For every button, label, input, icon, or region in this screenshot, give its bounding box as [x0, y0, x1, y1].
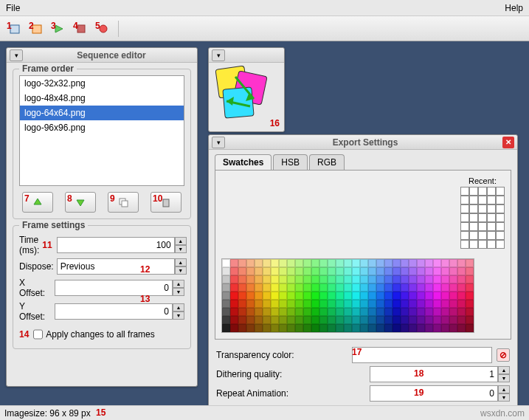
sequence-editor-panel: ▾ Sequence editor Frame order logo-32x32… [6, 47, 198, 387]
dithering-input[interactable] [370, 366, 498, 382]
annotation-17: 17 [352, 347, 362, 357]
time-input[interactable] [57, 237, 175, 253]
panel-title: Export Settings [228, 137, 502, 148]
annotation-15: 15 [96, 407, 106, 418]
frame-order-group: Frame order logo-32x32.pnglogo-48x48.png… [13, 69, 191, 219]
xoffset-spinner[interactable]: ▲▼ [173, 280, 184, 296]
toolbar-btn-3[interactable]: 3 [49, 19, 69, 38]
yoffset-label: Y Offset: [19, 301, 52, 322]
delete-button[interactable]: 10 [151, 192, 181, 213]
preview-image [213, 66, 280, 128]
transparency-input[interactable] [352, 347, 492, 363]
toolbar-btn-5[interactable]: 5 [93, 19, 114, 38]
color-tabs: Swatches HSB RGB [209, 150, 517, 170]
menu-help[interactable]: Help [505, 3, 523, 13]
frame-buttons: 7 8 9 10 [19, 192, 184, 213]
svg-rect-9 [163, 199, 169, 207]
frame-order-title: Frame order [19, 63, 77, 74]
panel-title: Sequence editor [26, 50, 197, 61]
svg-marker-11 [227, 97, 234, 106]
export-settings-panel: ▾ Export Settings ✕ Swatches HSB RGB Rec… [208, 134, 518, 407]
panel-header: ▾ Export Settings ✕ [209, 135, 517, 150]
close-icon[interactable]: ✕ [502, 137, 514, 148]
toolbar-btn-2[interactable]: 2 [27, 19, 47, 38]
svg-marker-6 [77, 200, 84, 206]
tab-swatches[interactable]: Swatches [215, 154, 272, 170]
toolbar-btn-4[interactable]: 4 [71, 19, 91, 38]
preview-panel: ▾ 16 [208, 47, 285, 132]
menubar: File Help [0, 0, 529, 16]
recent-grid[interactable] [460, 187, 505, 249]
panel-header: ▾ Sequence editor [7, 48, 197, 63]
dithering-spinner[interactable]: ▲▼ [498, 366, 510, 382]
apply-all-checkbox[interactable] [33, 329, 43, 340]
annotation-14: 14 [19, 329, 29, 340]
dispose-select[interactable] [57, 258, 175, 275]
tab-rgb[interactable]: RGB [309, 154, 345, 170]
svg-point-4 [100, 25, 107, 32]
collapse-icon[interactable]: ▾ [212, 137, 225, 148]
statusbar: Imagesize: 96 x 89 px 15 wsxdn.com [0, 405, 529, 420]
dispose-spinner[interactable]: ▲▼ [175, 258, 187, 275]
svg-rect-8 [122, 201, 128, 207]
time-label: Time (ms): [19, 235, 39, 255]
workspace: ▾ Sequence editor Frame order logo-32x32… [0, 41, 529, 405]
time-spinner[interactable]: ▲▼ [175, 237, 187, 253]
frame-settings-title: Frame settings [19, 220, 88, 230]
menu-file[interactable]: File [6, 3, 20, 13]
repeat-label: Repeat Animation: [216, 388, 365, 399]
frame-settings-group: Frame settings Time (ms): 11 ▲▼ Dispose:… [13, 225, 191, 349]
list-item[interactable]: logo-48x48.png [20, 91, 184, 106]
frame-listbox[interactable]: logo-32x32.pnglogo-48x48.pnglogo-64x64.p… [19, 75, 184, 186]
list-item[interactable]: logo-96x96.png [20, 120, 184, 135]
svg-rect-3 [77, 25, 85, 32]
collapse-icon[interactable]: ▾ [10, 49, 23, 61]
collapse-icon[interactable]: ▾ [212, 49, 225, 61]
repeat-input[interactable] [370, 385, 498, 402]
color-swatches[interactable] [221, 258, 474, 333]
dispose-label: Dispose: [19, 261, 54, 272]
copy-button[interactable]: 9 [108, 192, 139, 213]
imagesize-label: Imagesize: 96 x 89 px [4, 408, 91, 419]
svg-marker-2 [55, 25, 63, 32]
apply-all-label: Apply changes to all frames [46, 329, 154, 340]
toolbar-separator [118, 21, 119, 37]
transparency-label: Transparency color: [216, 350, 348, 360]
list-item[interactable]: logo-64x64.png [20, 106, 184, 120]
watermark: wsxdn.com [480, 408, 525, 419]
xoffset-label: X Offset: [19, 278, 52, 298]
xoffset-input[interactable] [55, 280, 173, 296]
toolbar: 1 2 3 4 5 [0, 16, 529, 41]
dithering-label: Dithering quality: [216, 369, 365, 379]
clear-color-icon[interactable]: ⊘ [497, 348, 510, 362]
svg-marker-5 [34, 199, 41, 204]
recent-colors: Recent: [460, 176, 505, 249]
repeat-spinner[interactable]: ▲▼ [498, 385, 510, 402]
list-item[interactable]: logo-32x32.png [20, 76, 184, 91]
move-up-button[interactable]: 7 [22, 192, 53, 213]
yoffset-input[interactable] [55, 303, 173, 320]
yoffset-spinner[interactable]: ▲▼ [173, 303, 184, 320]
recent-label: Recent: [460, 176, 505, 185]
toolbar-btn-1[interactable]: 1 [4, 19, 25, 38]
swatches-body: Recent: [215, 170, 511, 340]
annotation-11: 11 [42, 240, 52, 250]
panel-header: ▾ [209, 48, 284, 63]
move-down-button[interactable]: 8 [65, 192, 96, 213]
tab-hsb[interactable]: HSB [273, 154, 308, 170]
